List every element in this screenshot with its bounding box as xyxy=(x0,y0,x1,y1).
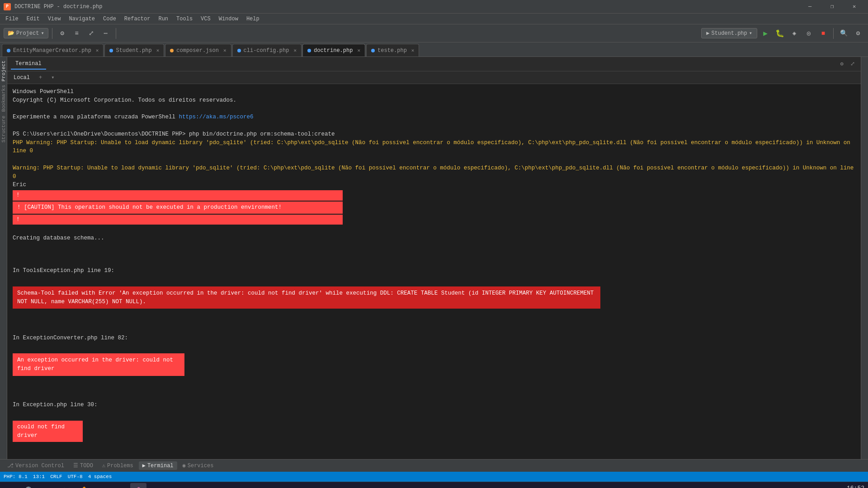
clock[interactable]: 16:52 01/08/2022 xyxy=(835,485,864,488)
run-config-icon: ▶ xyxy=(706,30,709,37)
sidebar-bookmarks-label[interactable]: Bookmarks xyxy=(0,83,7,113)
blank-line-11 xyxy=(13,377,855,385)
minimize-button[interactable]: — xyxy=(800,0,820,14)
local-tab-local[interactable]: Local xyxy=(11,74,33,82)
problems-label: Problems xyxy=(107,463,133,469)
bottom-tab-versioncontrol[interactable]: ⎇ Version Control xyxy=(4,461,68,470)
terminal-expand-btn[interactable]: ⤢ xyxy=(848,60,857,69)
tab-dot-student xyxy=(109,49,113,52)
menu-run[interactable]: Run xyxy=(155,15,172,23)
blank-line-15 xyxy=(13,451,855,459)
toolbar-btn-list[interactable]: ≡ xyxy=(71,27,83,40)
search-button[interactable]: 🔍 xyxy=(837,27,850,40)
creating-schema: Creating database schema... xyxy=(13,234,855,243)
menu-code[interactable]: Code xyxy=(99,15,120,23)
pscore-line: Experimente a nova plataforma cruzada Po… xyxy=(13,113,855,122)
bottom-tab-terminal[interactable]: ▶ Terminal xyxy=(139,461,177,470)
menu-window[interactable]: Window xyxy=(215,15,242,23)
tab-close-entitymanagercreator[interactable]: ✕ xyxy=(96,47,99,53)
bottom-tab-problems[interactable]: ⚠ Problems xyxy=(99,461,137,470)
problems-icon: ⚠ xyxy=(102,462,105,469)
taskbar-chrome-1[interactable]: ◉ xyxy=(94,483,110,488)
tab-label-cliconfig: cli-config.php xyxy=(244,47,289,54)
taskbar-firefox[interactable]: 🔶 xyxy=(76,483,92,488)
exception-converter-header: In ExceptionConverter.php line 82: xyxy=(13,334,855,343)
tab-label-student: Student.php xyxy=(116,47,151,54)
tab-close-teste[interactable]: ✕ xyxy=(411,47,415,53)
terminal-tab-terminal[interactable]: Terminal xyxy=(11,59,46,70)
line-ending[interactable]: CRLF xyxy=(50,474,62,479)
menu-tools[interactable]: Tools xyxy=(173,15,196,23)
local-tab-add[interactable]: + xyxy=(36,74,45,82)
blank-line-13 xyxy=(13,411,855,420)
debug-button[interactable]: 🐛 xyxy=(774,27,786,40)
blank-line-4 xyxy=(13,225,855,234)
blank-line-7 xyxy=(13,277,855,286)
indent[interactable]: 4 spaces xyxy=(88,474,112,479)
terminal-settings-btn[interactable]: ⚙ xyxy=(837,60,846,69)
sidebar-structure-label[interactable]: Structure xyxy=(0,114,7,144)
caution-bang-2: ! xyxy=(13,215,343,225)
line-col[interactable]: 13:1 xyxy=(33,474,45,479)
tab-entitymanagercreator[interactable]: EntityManagerCreator.php ✕ xyxy=(2,44,104,56)
stop-button[interactable]: ■ xyxy=(817,27,830,40)
sidebar-project-label[interactable]: Project xyxy=(0,59,7,83)
taskbar-right: POR PT2 16:52 01/08/2022 xyxy=(809,485,864,488)
menu-vcs[interactable]: VCS xyxy=(197,15,214,23)
tab-close-composer[interactable]: ✕ xyxy=(223,47,226,53)
todo-label: TODO xyxy=(80,463,93,469)
tab-close-doctrine[interactable]: ✕ xyxy=(357,47,360,53)
run-config-selector[interactable]: ▶ Student.php ▾ xyxy=(701,28,757,38)
tab-teste[interactable]: teste.php ✕ xyxy=(366,44,419,56)
project-selector[interactable]: 📂 Project ▾ xyxy=(4,28,48,38)
taskbar-chrome-2[interactable]: ◉ xyxy=(112,483,128,488)
taskbar-search[interactable]: 🔍 xyxy=(22,483,38,488)
versioncontrol-label: Version Control xyxy=(15,463,64,469)
php-warning-1: PHP Warning: PHP Startup: Unable to load… xyxy=(13,139,855,156)
menu-bar: File Edit View Navigate Code Refactor Ru… xyxy=(0,14,868,24)
tabs-bar: EntityManagerCreator.php ✕ Student.php ✕… xyxy=(0,42,868,57)
exception-occurred: An exception occurred in the driver: cou… xyxy=(13,353,184,376)
profile-button[interactable]: ◎ xyxy=(802,27,815,40)
menu-view[interactable]: View xyxy=(44,15,65,23)
tab-cliconfig[interactable]: cli-config.php ✕ xyxy=(232,44,302,56)
tab-label-composer: composer.json xyxy=(176,47,219,54)
tab-doctrine[interactable]: doctrine.php ✕ xyxy=(302,44,365,56)
run-button[interactable]: ▶ xyxy=(759,27,772,40)
tab-close-cliconfig[interactable]: ✕ xyxy=(293,47,297,53)
local-tab-dropdown[interactable]: ▾ xyxy=(48,73,57,82)
pscore-link[interactable]: https://aka.ms/pscore6 xyxy=(179,114,254,120)
coverage-button[interactable]: ◈ xyxy=(788,27,801,40)
tab-label-entitymanagercreator: EntityManagerCreator.php xyxy=(13,47,91,54)
toolbar-btn-settings[interactable]: ⚙ xyxy=(56,27,69,40)
tab-dot-cliconfig xyxy=(237,49,241,52)
bottom-tabs: ⎇ Version Control ☰ TODO ⚠ Problems ▶ Te… xyxy=(0,459,868,472)
tab-student[interactable]: Student.php ✕ xyxy=(104,44,164,56)
encoding[interactable]: UTF-8 xyxy=(68,474,83,479)
tab-close-student[interactable]: ✕ xyxy=(156,47,160,53)
exception-php-header: In Exception.php line 30: xyxy=(13,401,855,409)
taskbar-taskview[interactable]: ❑ xyxy=(40,483,56,488)
bottom-tab-todo[interactable]: ☰ TODO xyxy=(70,461,97,470)
close-button[interactable]: ✕ xyxy=(844,0,864,14)
menu-refactor[interactable]: Refactor xyxy=(121,15,154,23)
tab-composer[interactable]: composer.json ✕ xyxy=(165,44,231,56)
title-bar-left: P DOCTRINE PHP - doctrine.php xyxy=(4,3,102,10)
maximize-button[interactable]: ❐ xyxy=(822,0,842,14)
menu-file[interactable]: File xyxy=(2,15,22,23)
taskbar-phpstorm[interactable]: ⬡ xyxy=(130,483,146,488)
tab-label-doctrine: doctrine.php xyxy=(314,47,353,54)
bottom-tab-services[interactable]: ◉ Services xyxy=(179,461,217,470)
taskbar-windows-start[interactable]: ⊞ xyxy=(4,483,20,488)
settings-button[interactable]: ⚙ xyxy=(852,27,864,40)
menu-help[interactable]: Help xyxy=(243,15,263,23)
toolbar-btn-options[interactable]: ⋯ xyxy=(99,27,112,40)
php-version[interactable]: PHP: 8.1 xyxy=(4,474,28,479)
menu-navigate[interactable]: Navigate xyxy=(65,15,99,23)
taskbar-fileexplorer[interactable]: 📁 xyxy=(58,483,74,488)
toolbar-btn-expand[interactable]: ⤢ xyxy=(85,27,98,40)
blank-line-14 xyxy=(13,443,855,451)
terminal-area: Terminal ⚙ ⤢ Local + ▾ Windows PowerShel… xyxy=(7,57,861,459)
menu-edit[interactable]: Edit xyxy=(23,15,43,23)
terminal-content[interactable]: Windows PowerShell Copyright (C) Microso… xyxy=(7,84,861,459)
